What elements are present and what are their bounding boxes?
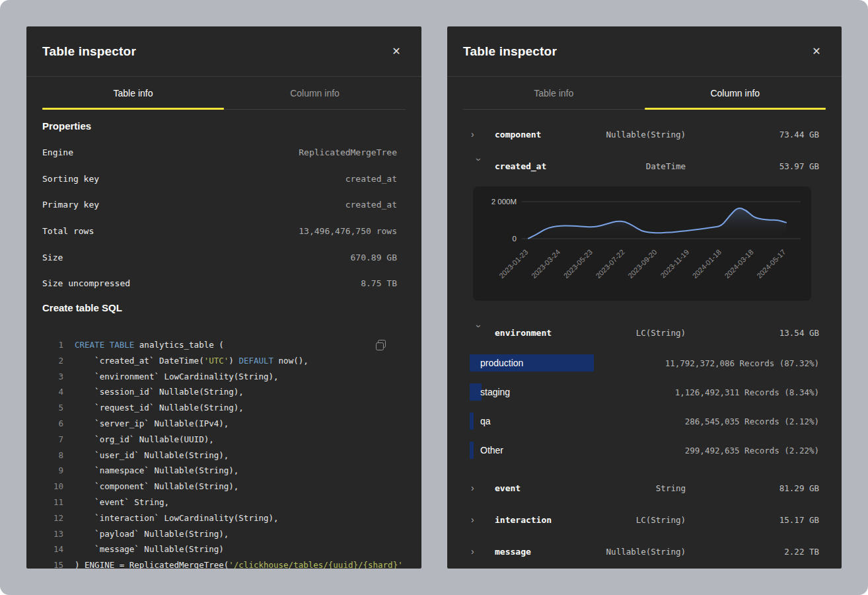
dialog-title: Table inspector [463, 44, 557, 59]
sql-line-6: 6 `server_ip` Nullable(IPv4), [42, 416, 421, 432]
sql-code-text: ) ENGINE = ReplicatedMergeTree('/clickho… [75, 560, 403, 569]
line-number: 8 [42, 450, 63, 460]
svg-text:2023-07-22: 2023-07-22 [594, 248, 626, 280]
dialog-header: Table inspector ✕ [447, 26, 842, 77]
sql-line-1: 1CREATE TABLE analytics_table ( [42, 337, 421, 353]
properties-heading: Properties [26, 120, 421, 132]
svg-text:2023-09-20: 2023-09-20 [626, 248, 658, 280]
sql-line-4: 4 `session_id` Nullable(String), [42, 384, 421, 400]
column-name: environment [495, 328, 559, 338]
sql-code-text: `user_id` Nullable(String), [75, 450, 229, 460]
create-table-sql-heading: Create table SQL [26, 302, 421, 313]
column-name: component [495, 130, 559, 139]
svg-text:2023-03-24: 2023-03-24 [530, 248, 561, 280]
property-row-engine: EngineReplicatedMergeTree [26, 139, 421, 166]
property-label: Total rows [42, 226, 94, 236]
line-number: 13 [42, 529, 63, 539]
sql-code-text: `session_id` Nullable(String), [75, 387, 244, 397]
property-label: Size [42, 253, 63, 262]
svg-text:2023-05-23: 2023-05-23 [562, 248, 594, 280]
chevron-right-icon[interactable]: › [471, 130, 487, 139]
column-size: 53.97 GB [694, 161, 819, 171]
chevron-right-icon[interactable]: › [471, 483, 487, 493]
column-size: 2.22 TB [694, 547, 819, 557]
property-label: Primary key [42, 200, 99, 210]
column-row-interaction[interactable]: ›interactionLC(String)15.17 GB [447, 504, 842, 536]
column-row-component[interactable]: ›componentNullable(String)73.44 GB [447, 118, 842, 150]
chevron-down-icon[interactable]: › [474, 158, 484, 174]
sql-lines: 1CREATE TABLE analytics_table (2 `create… [42, 337, 421, 569]
sql-line-5: 5 `request_id` Nullable(String), [42, 400, 421, 416]
copy-sql-button[interactable] [375, 338, 390, 353]
column-row-environment[interactable]: ›environmentLC(String)13.54 GB [447, 317, 842, 348]
value-label: production [480, 358, 523, 368]
line-number: 6 [42, 418, 63, 428]
column-list: ›componentNullable(String)73.44 GB›creat… [447, 118, 842, 567]
svg-text:2 000M: 2 000M [491, 198, 517, 206]
sql-code-text: `message` Nullable(String) [75, 544, 224, 554]
tab-column-info-right[interactable]: Column info [645, 77, 826, 110]
column-type: LC(String) [567, 515, 686, 525]
sql-code-text: `request_id` Nullable(String), [75, 403, 244, 413]
chevron-down-icon[interactable]: › [474, 325, 484, 340]
value-row-qa: qa286,545,035 Records (2.12%) [447, 407, 842, 436]
column-name: created_at [495, 161, 559, 171]
line-number: 1 [42, 340, 63, 350]
property-value: 670.89 GB [351, 253, 397, 262]
column-row-event[interactable]: ›eventString81.29 GB [447, 472, 842, 504]
sql-line-9: 9 `namespace` Nullable(String), [42, 463, 421, 479]
sql-line-15: 15) ENGINE = ReplicatedMergeTree('/click… [42, 557, 421, 569]
chevron-right-icon[interactable]: › [471, 515, 487, 524]
value-records: 11,792,372,086 Records (87.32%) [665, 358, 819, 368]
tab-table-info-left[interactable]: Table info [42, 77, 224, 110]
line-number: 9 [42, 465, 63, 475]
value-records: 1,126,492,311 Records (8.34%) [675, 387, 819, 397]
column-size: 81.29 GB [694, 483, 819, 493]
column-size: 15.17 GB [694, 515, 819, 525]
tab-column-info-left[interactable]: Column info [224, 77, 406, 110]
svg-text:2023-01-23: 2023-01-23 [497, 248, 529, 280]
tab-table-info-right[interactable]: Table info [463, 77, 645, 110]
value-records: 299,492,635 Records (2.22%) [685, 446, 819, 456]
property-row-size-uncompressed: Size uncompressed8.75 TB [26, 270, 421, 297]
value-row-other: Other299,492,635 Records (2.22%) [447, 436, 842, 465]
table-inspector-dialog-right: Table inspector ✕ Table infoColumn info … [447, 26, 842, 569]
sql-code-text: `interaction` LowCardinality(String), [75, 513, 279, 523]
line-number: 5 [42, 403, 63, 413]
column-type: String [567, 483, 686, 493]
column-type: Nullable(String) [567, 130, 686, 139]
chevron-right-icon[interactable]: › [471, 547, 487, 556]
sql-line-7: 7 `org_id` Nullable(UUID), [42, 431, 421, 447]
close-button[interactable]: ✕ [807, 42, 826, 61]
svg-text:2024-01-18: 2024-01-18 [691, 248, 723, 280]
column-name: interaction [495, 515, 559, 525]
property-row-size: Size670.89 GB [26, 244, 421, 270]
sql-line-12: 12 `interaction` LowCardinality(String), [42, 510, 421, 526]
column-name: event [495, 483, 559, 493]
sql-code-text: `event` String, [75, 497, 169, 507]
line-number: 7 [42, 434, 63, 444]
value-bar [470, 413, 474, 430]
tab-bar: Table infoColumn info [42, 77, 406, 110]
column-row-message[interactable]: ›messageNullable(String)2.22 TB [447, 536, 842, 567]
app-backdrop: Table inspector ✕ Table infoColumn info … [0, 0, 868, 595]
sql-line-3: 3 `environment` LowCardinality(String), [42, 368, 421, 384]
line-number: 15 [42, 560, 63, 569]
value-label: Other [480, 445, 503, 456]
sql-line-14: 14 `message` Nullable(String) [42, 541, 421, 557]
property-label: Sorting key [42, 174, 99, 184]
column-name: message [495, 547, 559, 557]
sql-line-8: 8 `user_id` Nullable(String), [42, 447, 421, 463]
tab-bar: Table infoColumn info [463, 77, 826, 110]
property-row-sorting-key: Sorting keycreated_at [26, 166, 421, 192]
property-value: ReplicatedMergeTree [299, 147, 397, 157]
column-row-created_at[interactable]: ›created_atDateTime53.97 GB [447, 150, 842, 182]
close-button[interactable]: ✕ [387, 42, 406, 61]
value-label: staging [480, 387, 510, 397]
line-number: 4 [42, 387, 63, 397]
property-label: Engine [42, 147, 73, 157]
line-number: 3 [42, 372, 63, 381]
line-number: 12 [42, 513, 63, 523]
table-inspector-dialog-left: Table inspector ✕ Table infoColumn info … [26, 26, 421, 569]
column-type: DateTime [567, 161, 686, 171]
